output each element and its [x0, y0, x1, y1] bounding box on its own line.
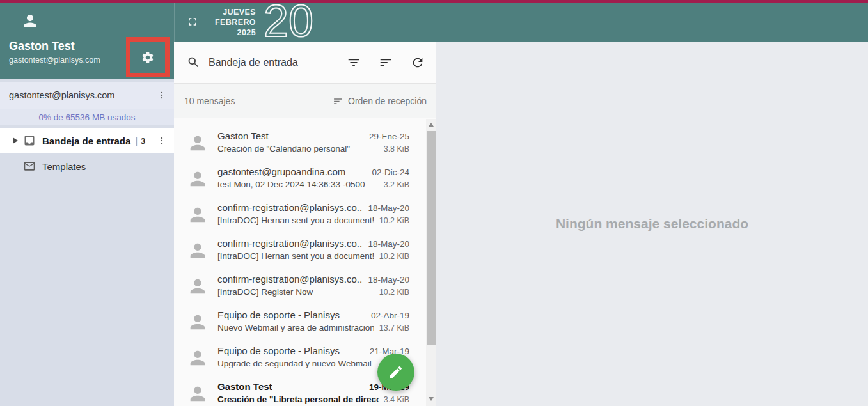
message-summary: confirm-registration@planisys.co... 18-M…	[217, 238, 409, 261]
sort-icon[interactable]	[379, 56, 393, 70]
list-item[interactable]: confirm-registration@planisys.co... 18-M…	[174, 198, 426, 234]
envelope-icon	[23, 160, 36, 173]
message-sender: Equipo de soporte - Planisys	[217, 309, 366, 320]
message-subject: Creación de "Calendario personal"	[217, 144, 379, 153]
empty-state-text: Ningún mensaje seleccionado	[556, 216, 748, 231]
message-date: 18-May-20	[368, 275, 409, 285]
quota-bar: 0% de 65536 MB usados	[0, 109, 174, 125]
inbox-icon	[23, 134, 36, 147]
refresh-icon[interactable]	[411, 56, 425, 70]
message-date: 18-May-20	[368, 239, 409, 249]
list-item[interactable]: confirm-registration@planisys.co... 18-M…	[174, 270, 426, 306]
avatar-icon	[187, 132, 209, 154]
message-date: 02-Abr-19	[371, 311, 409, 320]
search-bar[interactable]: Bandeja de entrada	[174, 42, 436, 84]
message-size: 3.4 KiB	[384, 395, 409, 404]
message-sender: Gaston Test	[217, 130, 364, 141]
message-size: 10.2 KiB	[379, 216, 409, 225]
date-day-number: 20	[264, 0, 313, 43]
preview-pane: Ningún mensaje seleccionado	[436, 42, 868, 406]
folder-menu-kebab-icon[interactable]	[157, 134, 166, 147]
expand-arrow-icon[interactable]	[13, 137, 18, 144]
message-subject: Nuevo Webmail y area de administracion	[217, 323, 374, 332]
user-avatar-icon	[20, 12, 40, 31]
date-weekday: JUEVES	[179, 7, 256, 17]
unread-count-badge: 3	[141, 136, 145, 146]
date-year: 2025	[179, 27, 256, 38]
scroll-up-arrow-icon[interactable]	[429, 123, 434, 127]
message-subject: [IntraDOC] Hernan sent you a document!	[217, 251, 374, 261]
message-size: 10.2 KiB	[379, 288, 409, 297]
user-email: gastontest@planisys.com	[9, 56, 100, 65]
scroll-down-arrow-icon[interactable]	[429, 397, 434, 401]
message-list-pane: Bandeja de entrada 10 mensajes Orden d	[174, 42, 436, 406]
list-item[interactable]: Equipo de soporte - Planisys 02-Abr-19 N…	[174, 306, 426, 341]
message-subject: [IntraDOC] Hernan sent you a document!	[217, 215, 374, 225]
user-name: Gaston Test	[9, 40, 75, 53]
message-subject: test Mon, 02 Dec 2024 14:36:33 -0500	[217, 180, 379, 189]
list-item[interactable]: confirm-registration@planisys.co... 18-M…	[174, 234, 426, 270]
account-row[interactable]: gastontest@planisys.com	[0, 82, 174, 109]
message-sender: gastontest@grupoandina.com	[217, 166, 367, 177]
message-summary: gastontest@grupoandina.com 02-Dic-24 tes…	[217, 166, 409, 189]
message-size: 3.2 KiB	[384, 180, 409, 189]
avatar-icon	[187, 311, 209, 333]
sidebar-item-templates[interactable]: Templates	[0, 153, 174, 179]
message-sender: confirm-registration@planisys.co...	[217, 202, 363, 213]
message-size: 10.2 KiB	[379, 252, 409, 261]
search-icon[interactable]	[187, 56, 200, 69]
folder-count-separator: |	[135, 136, 138, 146]
avatar-icon	[187, 240, 209, 262]
message-summary: confirm-registration@planisys.co... 18-M…	[217, 274, 409, 297]
sidebar-item-inbox[interactable]: Bandeja de entrada | 3	[0, 128, 174, 153]
webmail-app: JUEVES FEBRERO 2025 20 Ga	[0, 0, 868, 406]
folder-label: Bandeja de entrada	[42, 136, 130, 146]
list-item[interactable]: gastontest@grupoandina.com 02-Dic-24 tes…	[174, 162, 426, 198]
message-size: 13.7 KiB	[379, 324, 409, 332]
message-count: 10 mensajes	[184, 96, 333, 106]
sort-order-label: Orden de recepción	[348, 96, 427, 106]
message-summary: Gaston Test 19-Mar-19 Creación de "Libre…	[217, 381, 409, 404]
message-subject: Creación de "Libreta personal de direcci…	[217, 394, 379, 404]
quota-text: 0% de 65536 MB usados	[39, 113, 136, 122]
message-subject: Upgrade de seguridad y nuevo Webmail	[217, 359, 404, 368]
message-sender: Gaston Test	[217, 381, 364, 392]
header-divider	[174, 3, 175, 42]
message-summary: Gaston Test 29-Ene-25 Creación de "Calen…	[217, 130, 409, 153]
message-summary: Equipo de soporte - Planisys 02-Abr-19 N…	[217, 309, 409, 332]
message-date: 02-Dic-24	[372, 168, 409, 177]
sidebar-user-header: Gaston Test gastontest@planisys.com	[0, 3, 174, 79]
message-date: 18-May-20	[368, 203, 409, 213]
search-tools	[347, 56, 425, 70]
message-sender: confirm-registration@planisys.co...	[217, 238, 363, 249]
avatar-icon	[187, 276, 209, 297]
scrollbar[interactable]	[426, 119, 436, 406]
settings-gear-icon[interactable]	[130, 42, 165, 73]
avatar-icon	[187, 204, 209, 226]
search-input[interactable]: Bandeja de entrada	[209, 57, 347, 68]
date-month: FEBRERO	[179, 17, 256, 27]
avatar-icon	[187, 347, 209, 369]
avatar-icon	[187, 168, 209, 190]
message-sender: confirm-registration@planisys.co...	[217, 274, 363, 285]
compose-button[interactable]	[377, 354, 414, 391]
avatar-icon	[187, 383, 209, 405]
list-item[interactable]: Gaston Test 29-Ene-25 Creación de "Calen…	[174, 127, 426, 162]
annotation-highlight	[126, 37, 170, 77]
scrollbar-thumb[interactable]	[427, 131, 436, 345]
message-size: 3.8 KiB	[384, 144, 409, 153]
sidebar: Gaston Test gastontest@planisys.com gast…	[0, 3, 174, 406]
sort-order-control[interactable]: Orden de recepción	[333, 96, 427, 107]
message-date: 29-Ene-25	[369, 132, 409, 141]
account-menu-kebab-icon[interactable]	[157, 89, 166, 102]
message-subject: [IntraDOC] Register Now	[217, 287, 374, 297]
filter-icon[interactable]	[347, 56, 361, 70]
sort-order-icon	[333, 96, 343, 107]
message-sender: Equipo de soporte - Planisys	[217, 345, 365, 356]
list-header: 10 mensajes Orden de recepción	[174, 84, 436, 118]
header-date: JUEVES FEBRERO 2025	[179, 7, 256, 38]
message-summary: confirm-registration@planisys.co... 18-M…	[217, 202, 409, 225]
account-email: gastontest@planisys.com	[9, 90, 157, 100]
folder-label: Templates	[42, 161, 86, 172]
